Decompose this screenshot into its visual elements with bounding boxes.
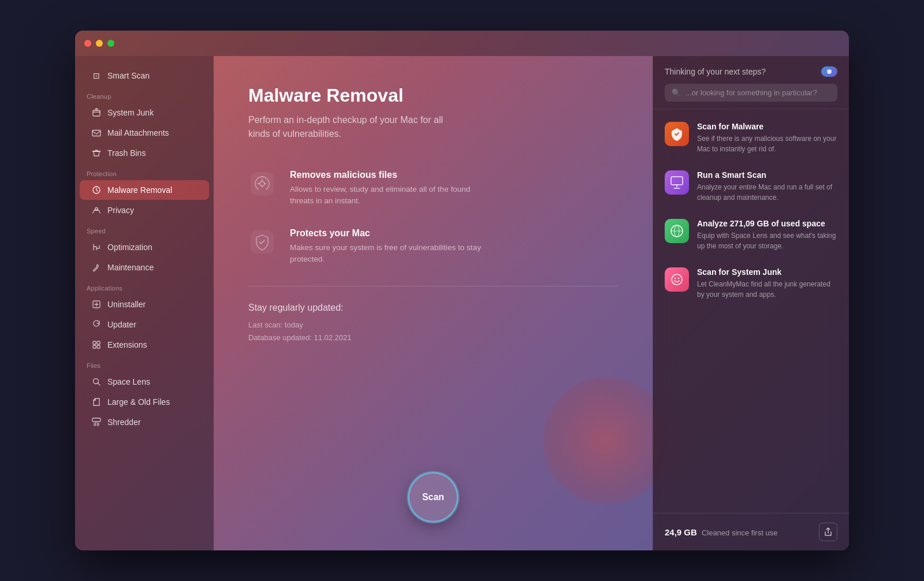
updater-label: Updater	[107, 320, 136, 329]
svg-rect-12	[251, 172, 274, 195]
panel-items-list: Scan for Malware See if there is any mal…	[653, 109, 849, 513]
panel-title-row: Thinking of your next steps?	[665, 66, 837, 77]
panel-item-smart-scan[interactable]: Run a Smart Scan Analyze your entire Mac…	[653, 162, 849, 211]
svg-rect-15	[671, 177, 683, 185]
stay-updated-title: Stay regularly updated:	[248, 303, 618, 313]
db-updated-label: Database updated: 11.02.2021	[248, 332, 618, 344]
sidebar-item-space-lens[interactable]: Space Lens	[80, 372, 209, 392]
smart-scan-panel-icon	[665, 170, 689, 195]
panel-item-scan-malware[interactable]: Scan for Malware See if there is any mal…	[653, 114, 849, 162]
minimize-button[interactable]	[96, 40, 103, 47]
svg-rect-2	[92, 131, 100, 136]
large-old-files-label: Large & Old Files	[107, 397, 170, 407]
uninstaller-icon	[91, 299, 102, 310]
malware-scan-text: Scan for Malware See if there is any mal…	[697, 122, 837, 154]
optimization-icon	[91, 242, 102, 252]
privacy-label: Privacy	[107, 206, 134, 215]
sidebar-item-smart-scan[interactable]: ⊡ Smart Scan	[80, 66, 209, 85]
panel-footer-stats: 24,9 GB Cleaned since first use	[665, 527, 777, 537]
sidebar: ⊡ Smart Scan Cleanup System Junk	[75, 56, 214, 550]
search-input[interactable]	[685, 88, 830, 97]
mail-attachments-label: Mail Attachments	[107, 128, 169, 137]
sidebar-section-speed: Speed	[75, 221, 214, 237]
system-junk-panel-text: Scan for System Junk Let CleanMyMac find…	[697, 267, 837, 300]
system-junk-panel-title: Scan for System Junk	[697, 267, 837, 277]
sidebar-item-mail-attachments[interactable]: Mail Attachments	[80, 123, 209, 143]
svg-rect-6	[93, 341, 96, 344]
malicious-files-icon	[248, 170, 276, 198]
panel-badge-dot	[827, 69, 832, 74]
share-button[interactable]	[819, 523, 837, 541]
sidebar-item-shredder[interactable]: Shredder	[80, 412, 209, 432]
search-icon: 🔍	[672, 88, 681, 97]
maximize-button[interactable]	[107, 40, 114, 47]
sidebar-item-optimization[interactable]: Optimization	[80, 237, 209, 257]
system-junk-panel-icon	[665, 267, 689, 292]
sidebar-item-privacy[interactable]: Privacy	[80, 200, 209, 220]
smart-scan-panel-desc: Analyze your entire Mac and run a full s…	[697, 182, 837, 203]
trash-icon	[91, 148, 102, 158]
decorative-circle	[543, 377, 670, 504]
panel-badge	[821, 66, 837, 77]
protects-mac-title: Protects your Mac	[290, 228, 486, 239]
panel-item-analyze-space[interactable]: Analyze 271,09 GB of used space Equip wi…	[653, 211, 849, 259]
analyze-space-icon	[665, 219, 689, 243]
malware-scan-title: Scan for Malware	[697, 122, 837, 131]
panel-item-system-junk[interactable]: Scan for System Junk Let CleanMyMac find…	[653, 259, 849, 308]
feature-item-malicious: Removes malicious files Allows to review…	[248, 170, 618, 207]
panel-footer: 24,9 GB Cleaned since first use	[653, 513, 849, 550]
last-scan-label: Last scan: today	[248, 319, 618, 332]
sidebar-section-applications: Applications	[75, 278, 214, 294]
app-content: ⊡ Smart Scan Cleanup System Junk	[75, 56, 849, 550]
malicious-files-desc: Allows to review, study and eliminate al…	[290, 184, 486, 207]
close-button[interactable]	[84, 40, 91, 47]
svg-rect-7	[97, 341, 100, 344]
panel-search-bar[interactable]: 🔍	[665, 84, 837, 102]
feature-item-protects: Protects your Mac Makes sure your system…	[248, 228, 618, 266]
svg-rect-11	[92, 418, 100, 422]
page-subtitle: Perform an in-depth checkup of your Mac …	[248, 113, 618, 141]
malware-removal-label: Malware Removal	[107, 185, 172, 195]
analyze-space-desc: Equip with Space Lens and see what's tak…	[697, 230, 837, 251]
sidebar-item-extensions[interactable]: Extensions	[80, 335, 209, 355]
smart-scan-panel-text: Run a Smart Scan Analyze your entire Mac…	[697, 170, 837, 203]
space-lens-icon	[91, 377, 102, 387]
sidebar-item-updater[interactable]: Updater	[80, 315, 209, 334]
optimization-label: Optimization	[107, 243, 152, 252]
title-bar	[75, 31, 849, 56]
sidebar-item-malware-removal[interactable]: Malware Removal	[80, 180, 209, 200]
protects-mac-desc: Makes sure your system is free of vulner…	[290, 242, 486, 266]
cleaned-gb-value: 24,9 GB	[665, 527, 697, 537]
updater-icon	[91, 319, 102, 330]
app-window: ⊡ Smart Scan Cleanup System Junk	[75, 31, 849, 550]
malware-scan-icon	[665, 122, 689, 146]
sidebar-item-maintenance[interactable]: Maintenance	[80, 258, 209, 277]
malicious-files-title: Removes malicious files	[290, 170, 486, 180]
panel-header: Thinking of your next steps? 🔍	[653, 56, 849, 109]
malicious-files-text: Removes malicious files Allows to review…	[290, 170, 486, 207]
svg-point-20	[678, 278, 679, 279]
scan-button-wrapper: Scan	[408, 472, 459, 523]
smart-scan-panel-title: Run a Smart Scan	[697, 170, 837, 180]
sidebar-section-cleanup: Cleanup	[75, 86, 214, 102]
privacy-icon	[91, 205, 102, 215]
smart-scan-icon: ⊡	[91, 70, 102, 81]
malware-icon	[91, 185, 102, 195]
analyze-space-title: Analyze 271,09 GB of used space	[697, 219, 837, 228]
svg-point-19	[675, 278, 676, 279]
svg-point-1	[96, 109, 98, 110]
scan-button[interactable]: Scan	[408, 472, 459, 523]
section-divider	[248, 286, 618, 286]
maintenance-icon	[91, 262, 102, 273]
cleaned-since-label: Cleaned since first use	[702, 528, 778, 537]
sidebar-item-system-junk[interactable]: System Junk	[80, 103, 209, 122]
feature-list: Removes malicious files Allows to review…	[248, 170, 618, 265]
sidebar-item-large-old-files[interactable]: Large & Old Files	[80, 392, 209, 412]
right-panel: Thinking of your next steps? 🔍	[653, 56, 849, 550]
sidebar-item-trash-bins[interactable]: Trash Bins	[80, 143, 209, 163]
shredder-label: Shredder	[107, 418, 141, 427]
sidebar-section-files: Files	[75, 355, 214, 371]
main-content: Malware Removal Perform an in-depth chec…	[214, 56, 653, 550]
space-lens-label: Space Lens	[107, 377, 150, 386]
sidebar-item-uninstaller[interactable]: Uninstaller	[80, 295, 209, 314]
